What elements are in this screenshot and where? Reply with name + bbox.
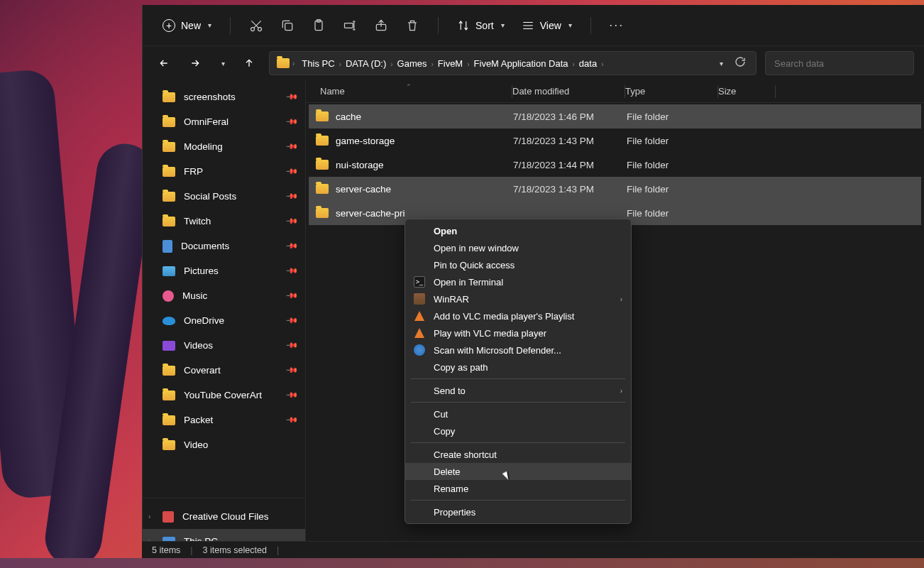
share-button[interactable] [367,11,395,40]
expand-icon[interactable]: › [148,513,150,520]
file-type: File folder [627,160,719,170]
folder-icon [163,117,175,127]
sort-icon [457,19,470,32]
sidebar-item[interactable]: Video [143,432,305,457]
sidebar-item[interactable]: OmniFeral📌 [143,109,305,134]
address-bar[interactable]: › This PC›DATA (D:)›Games›FiveM›FiveM Ap… [269,51,757,75]
folder-icon [163,92,175,102]
back-button[interactable] [153,52,175,75]
context-menu-item[interactable]: Copy [405,422,631,439]
context-menu-item[interactable]: Scan with Microsoft Defender... [405,342,631,359]
context-menu-item[interactable]: Delete [405,463,631,480]
sidebar-item[interactable]: Social Posts📌 [143,184,305,209]
cc-icon [163,511,174,523]
pic-icon [163,266,175,276]
sidebar-item[interactable]: Pictures📌 [143,258,305,283]
column-date[interactable]: Date modified [512,86,625,97]
vlc-icon [414,327,425,339]
context-menu-item[interactable]: Pin to Quick access [405,256,631,273]
video-icon [163,341,175,351]
sidebar-item[interactable]: YouTube CoverArt📌 [143,383,305,408]
view-button[interactable]: View ▾ [515,19,579,32]
sidebar-item[interactable]: screenshots📌 [143,84,305,109]
folder-icon [163,366,175,376]
sort-button[interactable]: Sort ▾ [450,19,512,32]
sidebar-item[interactable]: Videos📌 [143,333,305,358]
context-menu-item[interactable]: Rename [405,480,631,497]
sidebar-item[interactable]: OneDrive📌 [143,308,305,333]
folder-icon [163,192,175,202]
doc-icon [163,240,172,253]
history-dropdown[interactable]: ▾ [717,57,726,70]
pin-icon: 📌 [285,239,298,253]
file-row[interactable]: server-cache7/18/2023 1:43 PMFile folder [309,177,921,201]
context-menu-item[interactable]: >_Open in Terminal [405,273,631,290]
context-menu-item[interactable]: Open [405,222,631,239]
context-menu-item[interactable]: Properties [405,503,631,520]
sidebar-item[interactable]: Packet📌 [143,408,305,432]
chevron-right-icon: › [620,387,622,395]
up-button[interactable] [238,52,260,75]
column-name[interactable]: ⌃Name [306,86,512,97]
file-row[interactable]: cache7/18/2023 1:46 PMFile folder [309,104,921,129]
forward-button[interactable] [184,52,207,75]
column-type[interactable]: Type [625,86,717,97]
context-menu-item[interactable]: Copy as path [405,359,631,376]
file-row[interactable]: nui-storage7/18/2023 1:44 PMFile folder [309,153,921,177]
pin-icon: 📌 [285,314,298,327]
rename-button[interactable] [336,11,364,40]
sidebar-item[interactable]: FRP📌 [143,159,305,184]
breadcrumb-segment[interactable]: DATA (D:) [341,55,390,72]
context-menu-item[interactable]: Open in new window [405,239,631,256]
music-icon [163,290,174,302]
file-date: 7/18/2023 1:44 PM [513,160,627,170]
menu-separator [411,442,625,443]
pin-icon: 📌 [285,190,298,203]
context-menu-item[interactable]: WinRAR› [405,290,631,307]
menu-item-label: Cut [434,409,448,420]
more-button[interactable]: ··· [603,11,631,40]
sidebar-item-label: Twitch [184,216,211,226]
chevron-right-icon: › [292,60,295,67]
folder-icon [163,217,175,226]
sidebar-item[interactable]: Coverart📌 [143,358,305,383]
cut-button[interactable] [242,11,270,40]
refresh-button[interactable] [732,53,749,73]
menu-item-label: WinRAR [434,294,469,305]
recent-button[interactable]: ▾ [215,52,229,75]
navigation-sidebar: screenshots📌OmniFeral📌Modeling📌FRP📌Socia… [143,80,306,554]
context-menu-item[interactable]: Create shortcut [405,446,631,463]
new-button[interactable]: + New ▾ [155,15,219,36]
sidebar-item-label: Coverart [184,365,221,376]
context-menu-item[interactable]: Add to VLC media player's Playlist [405,307,631,324]
breadcrumb-segment[interactable]: FiveM [434,55,467,72]
file-type: File folder [627,184,719,195]
sidebar-item[interactable]: Documents📌 [143,234,305,258]
menu-separator [411,378,625,379]
context-menu-item[interactable]: Play with VLC media player [405,324,631,342]
search-input[interactable] [765,51,914,75]
file-row[interactable]: game-storage7/18/2023 1:43 PMFile folder [309,129,921,153]
delete-button[interactable] [398,11,427,40]
sidebar-item[interactable]: Modeling📌 [143,134,305,159]
sidebar-item[interactable]: Twitch📌 [143,209,305,234]
sidebar-item-label: Social Posts [184,191,236,202]
sidebar-item[interactable]: Music📌 [143,283,305,308]
sidebar-item-label: Modeling [184,141,223,152]
breadcrumb-segment[interactable]: data [575,55,601,72]
breadcrumb-segment[interactable]: Games [393,55,431,72]
menu-item-label: Copy as path [434,362,488,373]
breadcrumb-segment[interactable]: FiveM Application Data [470,55,573,72]
context-menu-item[interactable]: Send to› [405,382,631,399]
breadcrumb-segment[interactable]: This PC [297,55,339,72]
column-size[interactable]: Size [718,86,775,97]
sidebar-item[interactable]: ›Creative Cloud Files [143,504,305,529]
menu-item-label: Add to VLC media player's Playlist [434,311,574,322]
copy-button[interactable] [273,11,302,40]
paste-button[interactable] [304,11,333,40]
menu-item-label: Open in new window [434,243,519,253]
file-name: cache [336,111,361,122]
item-count: 5 items [152,545,180,555]
context-menu-item[interactable]: Cut [405,405,631,422]
view-label: View [540,20,561,31]
